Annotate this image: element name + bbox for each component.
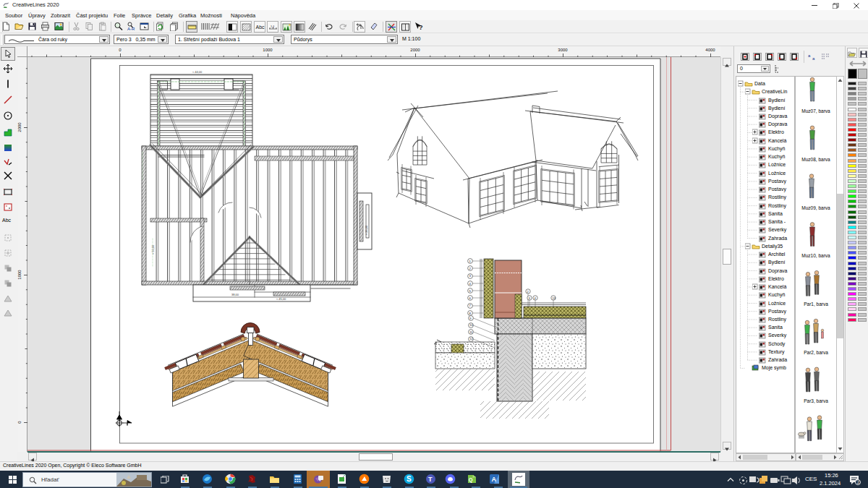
svg-text:Muz07, barva: Muz07, barva [801,108,830,114]
svg-text:Muz09, barva: Muz09, barva [801,205,830,210]
svg-text:0: 0 [119,48,122,52]
svg-text:Par2, barva: Par2, barva [804,350,828,355]
svg-text:Par3, barva: Par3, barva [804,398,828,403]
svg-text:38,00: 38,00 [231,293,239,296]
svg-text:≈ 45,00: ≈ 45,00 [276,297,286,301]
svg-text:Abc: Abc [256,25,265,30]
svg-text:a: a [812,56,815,61]
svg-text:3000: 3000 [558,48,568,52]
svg-text:≈ 26,00: ≈ 26,00 [365,225,368,235]
svg-text:13: 13 [553,296,556,300]
svg-text:1,1: 1,1 [271,25,275,28]
svg-text:1000: 1000 [263,48,273,52]
svg-text:2000: 2000 [17,122,22,132]
svg-text:Muz08, barva: Muz08, barva [801,157,830,162]
svg-text:≈ 44,00: ≈ 44,00 [192,70,203,74]
svg-text:2000: 2000 [410,48,420,52]
svg-text:4000: 4000 [705,48,715,52]
svg-text:a: a [808,53,811,58]
svg-text:T: T [428,476,433,483]
svg-text:?: ? [419,24,423,31]
svg-text:≈ 50,00: ≈ 50,00 [151,244,155,254]
svg-text:1000: 1000 [17,270,22,280]
svg-text:S: S [407,475,412,483]
svg-text:0: 0 [17,421,22,424]
svg-text:A: A [492,476,497,483]
svg-text:Muz10, barva: Muz10, barva [801,253,830,258]
svg-text:Q: Q [469,477,473,483]
svg-text:12: 12 [469,337,473,341]
svg-text:Par1, barva: Par1, barva [804,301,828,307]
svg-text:A-R: A-R [127,27,135,31]
svg-text:10: 10 [469,323,473,327]
